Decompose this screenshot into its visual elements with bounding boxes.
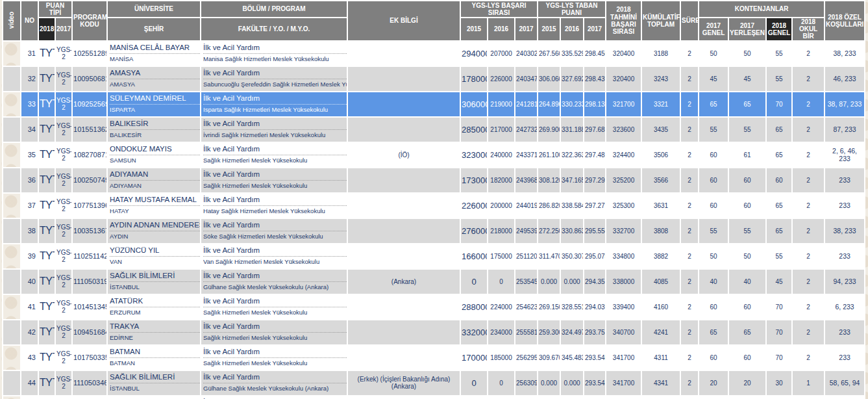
video-cell[interactable] — [3, 320, 20, 344]
table-row[interactable]: 43 TYT YGS-2 101750335 BATMAN BATMAN İlk… — [3, 346, 864, 370]
table-row[interactable]: 41 TYT YGS-2 101451345 ATATÜRK ERZURUM İ… — [3, 295, 864, 319]
table-row[interactable]: 36 TYT YGS-2 100250749 ADIYAMAN ADIYAMAN… — [3, 168, 864, 192]
rank-2017: 255581 — [515, 320, 537, 344]
rank-2017: 244019 — [515, 194, 537, 218]
special-conditions: 58, 65, 94 — [825, 371, 864, 395]
university-name: ADIYAMAN — [110, 169, 200, 181]
puan-tipi-2018-value: TYT — [39, 42, 55, 66]
city-name: EDİRNE — [110, 333, 200, 343]
university-cell: SAĞLIK BİLİMLERİ İSTANBUL — [108, 371, 200, 395]
program-code: 100950681 — [73, 67, 106, 91]
score-2016: 330.863 — [561, 219, 583, 243]
table-row[interactable]: 33 TYT YGS-2 109252569 SÜLEYMAN DEMİREL … — [3, 92, 864, 116]
score-2017: 294.039 — [584, 295, 605, 319]
ek-bilgi-header: EK BİLGİ — [348, 1, 460, 40]
puan-tipi-2017-value: YGS-2 — [56, 396, 71, 399]
puan-tipi-2017-value: YGS-2 — [56, 244, 71, 268]
quota-2017-general: 50 — [699, 244, 728, 268]
rank-2015: 288000 — [461, 295, 487, 319]
puan-2017-header[interactable]: 2017 — [56, 18, 71, 40]
video-cell[interactable] — [3, 396, 20, 399]
score-2017: 298.138 — [584, 92, 605, 116]
table-row[interactable]: 34 TYT YGS-2 101551362 BALIKESİR BALIKES… — [3, 118, 864, 142]
quota-2018-general: 70 — [767, 320, 791, 344]
faculty-name: Isparta Sağlık Hizmetleri Meslek Yükseko… — [203, 105, 347, 115]
program-name: İlk ve Acil Yardım — [203, 220, 347, 231]
estimated-rank-2018: 324400 — [606, 143, 641, 167]
quota-2017-placed: 55 — [729, 219, 765, 243]
row-number: 41 — [21, 295, 38, 319]
puan-tipi-2017-value: YGS-2 — [56, 371, 71, 395]
row-number: 33 — [21, 92, 38, 116]
quota-2017-placed: 20 — [729, 371, 765, 395]
program-code: 100351367 — [73, 219, 106, 243]
video-cell[interactable] — [3, 295, 20, 319]
extra-info — [348, 219, 460, 243]
program-name: İlk ve Acil Yardım — [203, 346, 347, 358]
video-cell[interactable] — [3, 194, 20, 218]
special-conditions: 38, 233 — [825, 42, 864, 66]
video-cell[interactable] — [3, 346, 20, 370]
estimated-rank-2018: 340700 — [606, 320, 641, 344]
duration: 2 — [681, 320, 698, 344]
university-name: YÜZÜNCÜ YIL — [110, 245, 200, 257]
puan-2018-header[interactable]: 2018 — [39, 18, 55, 40]
kont-2018-genel-header[interactable]: 2018 GENEL — [767, 18, 791, 40]
table-row[interactable]: 42 TYT YGS-2 109451684 TRAKYA EDİRNE İlk… — [3, 320, 864, 344]
table-row[interactable]: 45 TYT YGS-2 109950336 YALOVA YALOVA İlk… — [3, 396, 864, 399]
score-2017: 294.351 — [584, 270, 605, 294]
video-cell[interactable] — [3, 92, 20, 116]
video-cell[interactable] — [3, 67, 20, 91]
quota-2017-general: 60 — [699, 346, 728, 370]
puan-tipi-2018-value: TYT — [39, 143, 55, 167]
quota-2017-placed: 50 — [729, 42, 765, 66]
extra-info — [348, 194, 460, 218]
rank-2017: 240347 — [515, 67, 537, 91]
table-row[interactable]: 37 TYT YGS-2 107751396 HATAY MUSTAFA KEM… — [3, 194, 864, 218]
rank-2016: 200000 — [488, 194, 514, 218]
extra-info: (Ankara) — [348, 270, 460, 294]
video-cell[interactable] — [3, 219, 20, 243]
video-cell[interactable] — [3, 270, 20, 294]
row-number: 37 — [21, 194, 38, 218]
row-number: 44 — [21, 371, 38, 395]
table-row[interactable]: 31 TYT YGS-2 102551289 MANİSA CELÂL BAYA… — [3, 42, 864, 66]
score-2015: 267.560 — [538, 42, 560, 66]
university-name: SAĞLIK BİLİMLERİ — [110, 270, 200, 282]
program-name: İlk ve Acil Yardım — [203, 194, 347, 206]
taban-puani-header: YGS-LYS TABAN PUANI — [538, 1, 605, 17]
puan-tipi-2018-value: TYT — [39, 346, 55, 370]
city-name: BATMAN — [110, 358, 200, 368]
program-cell: İlk ve Acil Yardım Hatay Sağlık Hizmetle… — [201, 194, 347, 218]
score-2017: 298.439 — [584, 67, 605, 91]
table-row[interactable]: 40 TYT YGS-2 111050319 SAĞLIK BİLİMLERİ … — [3, 270, 864, 294]
universite-header: ÜNİVERSİTE — [108, 1, 200, 17]
video-cell[interactable] — [3, 42, 20, 66]
table-row[interactable]: 39 TYT YGS-2 110251142 YÜZÜNCÜ YIL VAN İ… — [3, 244, 864, 268]
score-2015: 286.820 — [538, 194, 560, 218]
score-2016: 345.483 — [561, 346, 583, 370]
quota-2017-placed: 45 — [729, 67, 765, 91]
table-row[interactable]: 32 TYT YGS-2 100950681 AMASYA AMASYA İlk… — [3, 67, 864, 91]
program-name: İlk ve Acil Yardım — [203, 118, 347, 130]
score-2015: 261.100 — [538, 143, 560, 167]
video-cell[interactable] — [3, 244, 20, 268]
table-row[interactable]: 35 TYT YGS-2 108270871 ONDOKUZ MAYIS SAM… — [3, 143, 864, 167]
score-2015: 0.000 — [538, 270, 560, 294]
extra-info — [348, 92, 460, 116]
video-cell[interactable] — [3, 118, 20, 142]
video-cell[interactable] — [3, 371, 20, 395]
video-cell[interactable] — [3, 143, 20, 167]
puan-tipi-2018-value: TYT — [39, 396, 55, 399]
score-2016: 331.188 — [561, 118, 583, 142]
table-row[interactable]: 38 TYT YGS-2 100351367 AYDIN ADNAN MENDE… — [3, 219, 864, 243]
table-row[interactable]: 44 TYT YGS-2 111050346 SAĞLIK BİLİMLERİ … — [3, 371, 864, 395]
quota-2017-general: 55 — [699, 118, 728, 142]
video-cell[interactable] — [3, 168, 20, 192]
duration: 2 — [681, 92, 698, 116]
special-conditions: 233 — [825, 396, 864, 399]
rank-2016: 207000 — [488, 42, 514, 66]
program-name: İlk ve Acil Yardım — [203, 42, 347, 54]
extra-info — [348, 67, 460, 91]
no-column-header: NO — [21, 1, 38, 40]
